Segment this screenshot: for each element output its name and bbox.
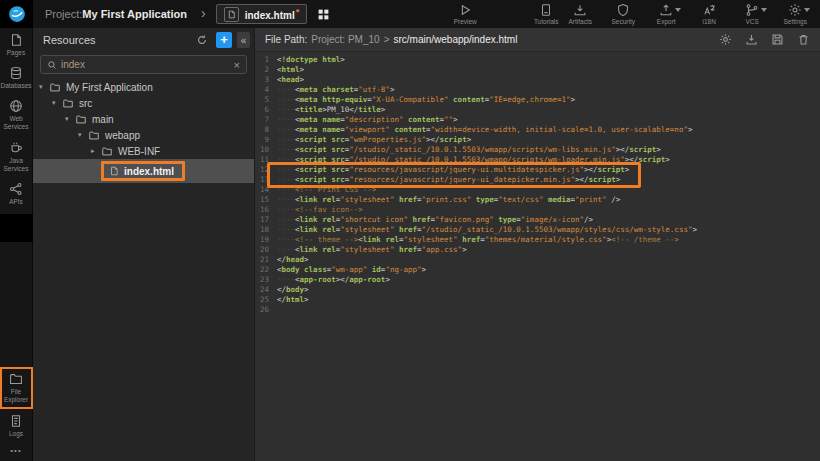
code-line-23[interactable]: 23····<app-root></app-root> — [255, 275, 820, 285]
line-number: 9 — [255, 135, 269, 145]
code-line-14[interactable]: 14····<!-- Print CSS --> — [255, 185, 820, 195]
add-resource-button[interactable]: + — [216, 32, 232, 48]
topbar-action-label: VCS — [746, 18, 759, 25]
editor-delete-trash-icon[interactable] — [797, 33, 810, 46]
folder-icon — [75, 114, 87, 125]
rail-item-apis[interactable]: APIs — [0, 177, 33, 210]
chevron-down-icon — [804, 8, 810, 12]
code-line-15[interactable]: 15····<link rel="stylesheet" href="print… — [255, 195, 820, 205]
project-name[interactable]: My First Application — [82, 8, 187, 20]
tree-row-main[interactable]: ▾main — [33, 111, 254, 127]
grid-icon[interactable] — [317, 8, 330, 21]
code-line-5[interactable]: 5····<meta http-equiv="X-UA-Compatible" … — [255, 95, 820, 105]
topbar-action-i18n[interactable]: i18N — [692, 3, 726, 25]
topbar-action-label: Export — [657, 18, 676, 25]
code-line-26[interactable]: 26 — [255, 305, 820, 315]
code-text: </body> — [277, 285, 309, 295]
code-text: ····<script src="/studio/_static_/10.0.1… — [277, 155, 670, 165]
editor-save-icon[interactable] — [771, 33, 784, 46]
line-number: 11 — [255, 155, 269, 165]
code-line-10[interactable]: 10····<script src="/studio/_static_/10.0… — [255, 145, 820, 155]
rail-item-web-services[interactable]: Web Services — [0, 94, 33, 135]
code-line-8[interactable]: 8····<meta name="viewport" content="widt… — [255, 125, 820, 135]
code-line-11[interactable]: 11····<script src="/studio/_static_/10.0… — [255, 155, 820, 165]
code-line-1[interactable]: 1<!doctype html> — [255, 55, 820, 65]
rail-item-label: File Explorer — [2, 388, 31, 404]
code-line-6[interactable]: 6····<title>PM_10</title> — [255, 105, 820, 115]
code-line-2[interactable]: 2<html> — [255, 65, 820, 75]
topbar-action-security[interactable]: Security — [606, 3, 640, 25]
code-text: ····<meta charset="utf-8"> — [277, 85, 394, 95]
search-icon — [47, 60, 57, 70]
tree-row-webapp[interactable]: ▾webapp — [33, 127, 254, 143]
code-line-17[interactable]: 17····<link rel="shortcut icon" href="fa… — [255, 215, 820, 225]
tree-label: WEB-INF — [118, 146, 160, 157]
chevron-down-icon[interactable]: ▾ — [78, 131, 88, 139]
code-line-16[interactable]: 16····<!--fav icon--> — [255, 205, 820, 215]
line-number: 1 — [255, 55, 269, 65]
editor-settings-gear-icon[interactable] — [719, 33, 732, 46]
topbar-action-vcs[interactable]: VCS — [735, 3, 769, 25]
code-line-13[interactable]: 13····<script src="resources/javascript/… — [255, 175, 820, 185]
topbar-action-tutorials[interactable]: Tutorials — [529, 3, 563, 25]
code-line-22[interactable]: 22<body class="wm-app" id="ng-app"> — [255, 265, 820, 275]
code-text: ····<meta name="viewport" content="width… — [277, 125, 692, 135]
rail-item-file-explorer[interactable]: File Explorer — [0, 367, 33, 409]
code-text: ····<!-- Print CSS --> — [277, 185, 376, 195]
clear-search-icon[interactable]: × — [234, 59, 240, 71]
nodes-icon — [9, 182, 23, 196]
collapse-panel-button[interactable]: « — [237, 32, 250, 48]
line-number: 18 — [255, 225, 269, 235]
search-input[interactable] — [61, 59, 230, 70]
code-line-25[interactable]: 25</html> — [255, 295, 820, 305]
chevron-right-icon[interactable]: ▸ — [91, 147, 101, 155]
tree-row-index-html[interactable]: index.html — [33, 159, 254, 183]
code-line-24[interactable]: 24</body> — [255, 285, 820, 295]
chevron-down-icon[interactable]: ▾ — [65, 115, 75, 123]
rail-item-pages[interactable]: Pages — [0, 28, 33, 61]
file-path-bar: File Path: Project: PM_10 > src/main/web… — [255, 28, 820, 52]
upload-icon — [659, 3, 673, 17]
breadcrumb-chevron-icon: › — [201, 5, 206, 21]
code-text: ····<script src="/studio/_static_/10.0.1… — [277, 145, 661, 155]
chevron-down-icon[interactable]: ▾ — [39, 83, 49, 91]
code-line-4[interactable]: 4····<meta charset="utf-8"> — [255, 85, 820, 95]
topbar-action-export[interactable]: Export — [649, 3, 683, 25]
code-area[interactable]: 1<!doctype html>2<html>3<head>4····<meta… — [255, 52, 820, 461]
file-path-project: Project: PM_10 — [311, 34, 379, 45]
code-text: <head> — [277, 75, 304, 85]
topbar-action-settings[interactable]: Settings — [778, 3, 812, 25]
tree-row-my-first-application[interactable]: ▾My First Application — [33, 79, 254, 95]
code-line-7[interactable]: 7····<meta name="description" content=""… — [255, 115, 820, 125]
line-number: 21 — [255, 255, 269, 265]
line-number: 23 — [255, 275, 269, 285]
topbar-action-label: Artifacts — [568, 18, 591, 25]
coffee-icon — [9, 141, 23, 155]
wavemaker-logo[interactable] — [0, 0, 33, 28]
refresh-icon[interactable] — [196, 34, 208, 46]
code-line-19[interactable]: 19····<!-- theme --><link rel="styleshee… — [255, 235, 820, 245]
line-number: 16 — [255, 205, 269, 215]
topbar-center-actions: PreviewTutorials — [448, 3, 563, 25]
code-text: ····<script src="resources/javascript/jq… — [277, 175, 620, 185]
code-line-20[interactable]: 20····<link rel="stylesheet" href="app.c… — [255, 245, 820, 255]
topbar-action-artifacts[interactable]: Artifacts — [563, 3, 597, 25]
rail-overflow-menu[interactable]: ••• — [10, 442, 21, 461]
rail-item-java-services[interactable]: Java Services — [0, 136, 33, 177]
code-line-18[interactable]: 18····<link rel="stylesheet" href="/stud… — [255, 225, 820, 235]
gear-icon — [788, 3, 802, 17]
tree-row-web-inf[interactable]: ▸WEB-INF — [33, 143, 254, 159]
editor-download-icon[interactable] — [745, 33, 758, 46]
rail-item-databases[interactable]: Databases — [0, 61, 33, 94]
code-line-9[interactable]: 9····<script src="wmProperties.js"></scr… — [255, 135, 820, 145]
tree-row-src[interactable]: ▾src — [33, 95, 254, 111]
rail-item-logs[interactable]: Logs — [0, 409, 33, 442]
rail-divider — [0, 214, 33, 242]
code-line-3[interactable]: 3<head> — [255, 75, 820, 85]
code-line-12[interactable]: 12····<script src="resources/javascript/… — [255, 165, 820, 175]
code-line-21[interactable]: 21</head> — [255, 255, 820, 265]
tab-index-html[interactable]: index.html* — [216, 4, 308, 24]
topbar-action-preview[interactable]: Preview — [448, 3, 482, 25]
chevron-down-icon[interactable]: ▾ — [52, 99, 62, 107]
resources-panel: Resources + « × ▾My First Application▾sr… — [33, 28, 255, 461]
